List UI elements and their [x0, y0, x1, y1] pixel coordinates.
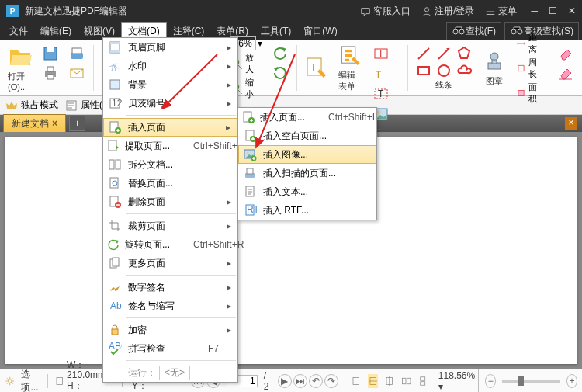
menu-rotate[interactable]: 旋转页面...Ctrl+Shift+R — [103, 235, 237, 254]
menu-header-footer[interactable]: 页眉页脚▸ — [103, 38, 237, 57]
menu-split[interactable]: 拆分文档... — [103, 155, 237, 174]
gear-icon[interactable] — [5, 374, 15, 388]
rect-icon[interactable] — [415, 62, 432, 79]
menu-sig-abbr[interactable]: Ab签名与缩写▸ — [103, 297, 237, 315]
submenu-insert-image[interactable]: 插入图像... — [238, 145, 376, 164]
submenu-insert-blank[interactable]: 插入空白页面... — [238, 127, 376, 145]
print-icon[interactable] — [42, 64, 59, 82]
menu-rotate-label: 旋转页面... — [125, 238, 170, 252]
tab-close-icon[interactable]: × — [52, 118, 57, 129]
menu-extract[interactable]: 提取页面...Ctrl+Shift+E — [103, 137, 237, 155]
next-page-button[interactable]: ▶ — [278, 374, 292, 388]
customer-service-button[interactable]: 客服入口 — [360, 5, 411, 18]
hamburger-icon — [485, 6, 496, 16]
menu-crop[interactable]: 裁剪页面▸ — [103, 217, 237, 235]
menu-file[interactable]: 文件 — [3, 23, 34, 40]
menu-header-footer-label: 页眉页脚 — [128, 41, 219, 54]
menu-encrypt[interactable]: 加密▸ — [103, 321, 237, 339]
line-icon[interactable] — [415, 45, 432, 62]
crop-icon — [108, 219, 122, 233]
zoom-display[interactable]: 118.56% ▾ — [435, 369, 479, 393]
zoom-slider[interactable] — [502, 380, 560, 383]
continuous-icon[interactable] — [417, 374, 428, 388]
svg-rect-43 — [116, 160, 120, 169]
menu-spell-label: 拼写检查 — [128, 342, 185, 356]
scanner-icon[interactable] — [68, 45, 85, 62]
zoom-minus-button[interactable]: − — [485, 374, 496, 388]
new-tab-button[interactable]: + — [69, 116, 85, 131]
stamp-group[interactable]: 图章 — [479, 43, 510, 92]
forward-button[interactable]: ↷ — [324, 374, 338, 388]
slider-knob[interactable] — [518, 376, 524, 386]
zoom-plus-button[interactable]: + — [566, 374, 577, 388]
options-label[interactable]: 选项... — [21, 368, 40, 393]
submenu-insert-page[interactable]: 插入页面...Ctrl+Shift+I — [238, 108, 376, 127]
eraser2-icon[interactable] — [557, 64, 574, 82]
textbox-icon[interactable]: T — [372, 45, 390, 62]
open-group[interactable]: 打开(O)... — [5, 43, 36, 92]
eraser-icon[interactable] — [557, 45, 574, 62]
sign-icon — [108, 280, 122, 294]
exclusive-mode-label: 独占模式 — [21, 99, 58, 112]
document-tab[interactable]: 新建文档 × — [3, 114, 66, 134]
menu-replace[interactable]: 替换页面... — [103, 174, 237, 193]
menu-watermark[interactable]: 水水印▸ — [103, 57, 237, 75]
rotate-icon — [106, 238, 120, 252]
distance-tool[interactable]: 距离 — [516, 32, 541, 55]
arrow-icon[interactable] — [435, 45, 452, 62]
rotate-group — [268, 43, 292, 92]
exclusive-mode-button[interactable]: 独占模式 — [5, 99, 58, 113]
back-button[interactable]: ↶ — [309, 374, 323, 388]
lock-icon — [108, 323, 122, 337]
minimize-button[interactable]: ─ — [531, 5, 538, 16]
background-icon — [108, 78, 122, 92]
perimeter-tool[interactable]: 周长 — [516, 57, 541, 80]
menu-bates[interactable]: 123贝茨编号▸ — [103, 94, 237, 113]
maximize-button[interactable]: ☐ — [549, 5, 557, 16]
menu-more-pages[interactable]: 更多页面▸ — [103, 254, 237, 272]
find-button[interactable]: 查找(F) — [446, 22, 501, 40]
menu-edit[interactable]: 编辑(E) — [34, 23, 78, 40]
facing-icon[interactable] — [401, 374, 411, 388]
menu-window[interactable]: 窗口(W) — [297, 23, 343, 40]
menu-delete[interactable]: 删除页面▸ — [103, 193, 237, 211]
area-tool[interactable]: 面积 — [516, 82, 541, 105]
menu-insert-page[interactable]: 插入页面▸ — [103, 118, 237, 137]
circle-icon[interactable] — [435, 62, 452, 79]
close-button[interactable]: ✕ — [568, 5, 576, 16]
cloud-icon[interactable] — [456, 62, 473, 79]
hamburger-menu-button[interactable]: 菜单 — [485, 5, 517, 18]
edit-text-group[interactable]: T — [301, 43, 332, 92]
hamburger-label: 菜单 — [498, 5, 517, 18]
edit-form-group[interactable]: 编辑表单 — [335, 43, 366, 92]
menu-run-value: <无> — [159, 366, 190, 380]
tabbar-close-button[interactable]: × — [565, 117, 577, 130]
svg-text:ABC: ABC — [109, 342, 122, 352]
fit-width-icon[interactable] — [368, 374, 378, 388]
replace-icon — [108, 176, 122, 190]
menu-spellcheck[interactable]: ABC拼写检查F7 — [103, 339, 237, 358]
submenu-insert-text[interactable]: 插入文本... — [238, 182, 376, 201]
highlight-icon[interactable]: T — [372, 65, 390, 82]
fit-page-icon[interactable] — [351, 374, 361, 388]
rotate-ccw-icon[interactable] — [272, 45, 289, 62]
svg-rect-48 — [113, 258, 119, 266]
submenu-insert-scan[interactable]: 插入扫描的页面... — [238, 164, 376, 182]
polygon-icon[interactable] — [456, 45, 473, 62]
menu-spell-shortcut: F7 — [208, 343, 219, 354]
menu-sign[interactable]: 数字签名▸ — [103, 278, 237, 297]
rotate-cw-icon[interactable] — [272, 64, 289, 82]
email-icon[interactable] — [68, 64, 85, 82]
text-select-icon[interactable]: T — [372, 85, 390, 102]
fit-height-icon[interactable] — [384, 374, 394, 388]
menu-insert-page-label: 插入页面 — [128, 121, 219, 134]
submenu-insert-rtf[interactable]: RTF插入 RTF... — [238, 201, 376, 220]
last-page-button[interactable]: ⏭ — [293, 374, 307, 388]
save-icon[interactable] — [42, 45, 59, 62]
svg-rect-8 — [47, 67, 54, 71]
login-button[interactable]: 注册/登录 — [421, 5, 474, 18]
menu-run[interactable]: 运行：<无> — [103, 363, 237, 382]
menu-background[interactable]: 背景▸ — [103, 75, 237, 94]
lines-group[interactable]: 线条 — [412, 43, 476, 92]
perimeter-label: 周长 — [528, 57, 541, 80]
